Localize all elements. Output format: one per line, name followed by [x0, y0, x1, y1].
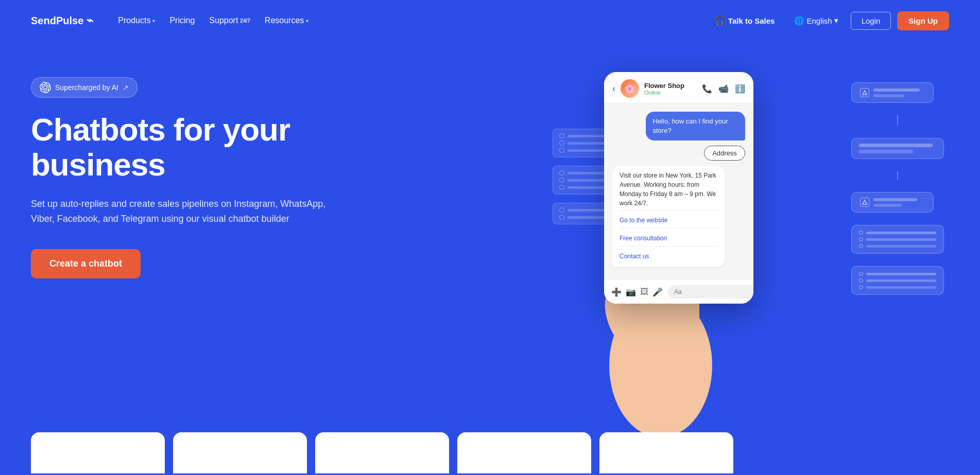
option-circle [859, 278, 863, 283]
signup-button[interactable]: Sign Up [897, 11, 949, 30]
svg-marker-9 [863, 200, 867, 204]
call-icon[interactable]: 📞 [702, 84, 712, 94]
node-icon [860, 198, 869, 207]
talk-to-sales-button[interactable]: 🎧 Talk to Sales [707, 11, 782, 30]
bottom-card-2 [173, 432, 307, 473]
node-line [873, 204, 902, 207]
video-icon[interactable]: 📹 [718, 84, 729, 94]
node-line [859, 144, 933, 147]
option-line [866, 279, 936, 282]
option-row [859, 285, 936, 289]
phone-screen: ‹ 🌸 Flower Shop Online 📞 📹 ℹ️ Hello, how… [604, 72, 753, 304]
option-row [859, 272, 936, 276]
bottom-cards [0, 432, 980, 473]
language-chevron-icon: ▾ [834, 16, 838, 25]
create-chatbot-button[interactable]: Create a chatbot [31, 249, 141, 278]
hero-section: Supercharged by AI ↗ Chatbots for your b… [0, 41, 980, 432]
node-line [873, 94, 904, 97]
bot-message: Visit our store in New York, 15 Park Ave… [612, 166, 725, 267]
navbar: SendPulse⌁ Products ▾ Pricing Support24/… [0, 0, 980, 41]
openai-icon [40, 82, 51, 93]
chat-header: ‹ 🌸 Flower Shop Online 📞 📹 ℹ️ [604, 72, 753, 103]
option-circle [859, 244, 863, 248]
node-circle [559, 207, 564, 213]
node-content [873, 198, 925, 207]
right-flow-nodes [851, 82, 944, 295]
bottom-card-3 [315, 432, 449, 473]
svg-marker-8 [863, 91, 867, 95]
chat-text-input[interactable] [668, 285, 753, 298]
nav-links: Products ▾ Pricing Support24/7 Resources… [112, 12, 315, 29]
nav-left: SendPulse⌁ Products ▾ Pricing Support24/… [31, 12, 315, 29]
nav-resources[interactable]: Resources ▾ [259, 12, 315, 29]
node-circle [559, 133, 564, 138]
image-icon[interactable]: 🖼 [640, 287, 648, 297]
language-selector[interactable]: 🌐 English ▾ [788, 12, 844, 30]
flow-node-wide [851, 138, 944, 159]
hero-left: Supercharged by AI ↗ Chatbots for your b… [31, 67, 330, 278]
chat-input-bar: ➕ 📷 🖼 🎤 😊 👍 [604, 279, 753, 304]
login-button[interactable]: Login [851, 12, 891, 30]
option-line [866, 245, 936, 248]
option-circle [859, 272, 863, 276]
option-line [866, 238, 936, 241]
hero-subtitle: Set up auto-replies and create sales pip… [31, 197, 330, 226]
node-line [873, 89, 920, 92]
camera-icon[interactable]: 📷 [626, 287, 636, 297]
mic-icon[interactable]: 🎤 [652, 287, 663, 297]
logo[interactable]: SendPulse⌁ [31, 14, 93, 27]
node-line [859, 150, 913, 153]
option-line [866, 286, 936, 289]
shop-status: Online [644, 90, 684, 96]
node-icon [860, 88, 869, 97]
hero-title: Chatbots for your business [31, 112, 330, 182]
message-divider [620, 210, 718, 210]
node-circle [559, 140, 564, 146]
node-line [873, 198, 917, 201]
logo-symbol: ⌁ [87, 14, 93, 27]
logo-text: SendPulse [31, 15, 83, 27]
headset-icon: 🎧 [714, 15, 725, 26]
back-icon[interactable]: ‹ [612, 83, 615, 94]
option-row [859, 231, 936, 235]
support-badge: 24/7 [240, 18, 250, 24]
option-line [866, 232, 936, 234]
flow-node-options [851, 225, 944, 254]
bottom-card-1 [31, 432, 165, 473]
node-circle [559, 178, 564, 183]
bottom-card-5 [599, 432, 733, 473]
nav-support[interactable]: Support24/7 [203, 12, 256, 29]
node-circle [559, 215, 564, 220]
quick-reply-button[interactable]: Address [704, 146, 745, 161]
plus-icon[interactable]: ➕ [611, 287, 622, 297]
go-to-website-link[interactable]: Go to the website [620, 213, 718, 226]
node-circle [559, 185, 564, 190]
connector-line [897, 171, 898, 180]
option-row [859, 237, 936, 241]
info-icon[interactable]: ℹ️ [735, 84, 745, 94]
chat-input-icons: ➕ 📷 🖼 🎤 [611, 287, 663, 297]
ai-badge[interactable]: Supercharged by AI ↗ [31, 77, 137, 98]
chat-header-right: 📞 📹 ℹ️ [702, 84, 745, 94]
bottom-card-4 [457, 432, 591, 473]
nav-products[interactable]: Products ▾ [112, 12, 161, 29]
option-line [866, 273, 936, 275]
option-circle [859, 231, 863, 235]
nav-pricing[interactable]: Pricing [163, 12, 201, 29]
flow-node-2 [851, 192, 934, 213]
chat-body: Hello, how can I find your store? Addres… [604, 103, 753, 279]
globe-icon: 🌐 [794, 16, 804, 26]
chat-header-left: ‹ 🌸 Flower Shop Online [612, 79, 684, 98]
contact-us-link[interactable]: Contact us [620, 249, 718, 262]
option-row [859, 244, 936, 248]
hero-right: ‹ 🌸 Flower Shop Online 📞 📹 ℹ️ Hello, how… [547, 67, 949, 427]
products-chevron-icon: ▾ [152, 18, 155, 24]
node-content [873, 89, 925, 97]
node-circle [559, 148, 564, 153]
option-circle [859, 285, 863, 289]
shop-avatar: 🌸 [621, 79, 639, 98]
free-consultation-link[interactable]: Free consultation [620, 231, 718, 244]
shop-name: Flower Shop [644, 82, 684, 90]
option-row [859, 278, 936, 283]
message-divider [620, 246, 718, 247]
